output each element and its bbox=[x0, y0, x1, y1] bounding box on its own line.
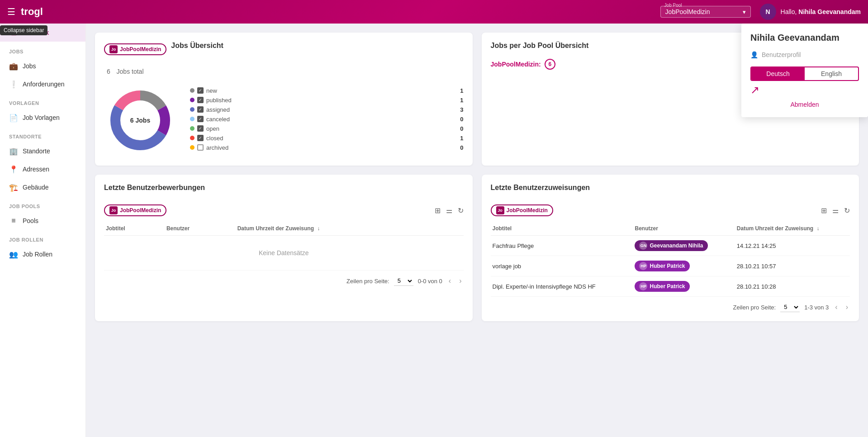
profile-link[interactable]: 👤 Benutzerprofil bbox=[741, 48, 868, 62]
list-icon: ≡ bbox=[9, 216, 18, 225]
jobs-overview-title: Jobs Übersicht bbox=[171, 42, 223, 50]
prev-page-btn-assign[interactable]: ‹ bbox=[833, 302, 839, 312]
latest-applications-card: Letzte Benutzerbewerbungen Jo JobPoolMed… bbox=[95, 175, 473, 321]
user-cell: HP Huber Patrick bbox=[633, 256, 735, 276]
rows-per-page-select-assign[interactable]: 5 10 25 bbox=[780, 302, 800, 312]
sidebar-item-jobs[interactable]: 💼 Jobs bbox=[0, 57, 85, 75]
table-row: Dipl. Experte/-in Intensivpflege NDS HF … bbox=[491, 276, 850, 297]
assignments-pool-badge: Jo JobPoolMedizin bbox=[491, 204, 553, 216]
table-row: vorlage job HP Huber Patrick 28.10.21 10… bbox=[491, 256, 850, 276]
arrow-indicator: ↗ bbox=[741, 84, 868, 96]
filter-icon-assign[interactable]: ⚌ bbox=[832, 206, 839, 215]
donut-label: 6 Jobs bbox=[130, 117, 150, 124]
date-cell: 28.10.21 10:57 bbox=[735, 256, 850, 276]
sidebar-item-label: Job Rollen bbox=[23, 251, 52, 258]
document-icon: 📄 bbox=[9, 113, 18, 122]
legend-dot-open bbox=[190, 126, 194, 131]
legend-checkbox-published[interactable] bbox=[197, 97, 204, 103]
lang-en-button[interactable]: English bbox=[805, 67, 858, 80]
legend-dot-canceled bbox=[190, 117, 194, 121]
legend-item-assigned: assigned 3 bbox=[190, 106, 464, 113]
sidebar-item-standorte[interactable]: 🏢 Standorte bbox=[0, 142, 85, 160]
columns-icon-assign[interactable]: ⊞ bbox=[821, 206, 827, 215]
chevron-down-icon: ▾ bbox=[743, 9, 746, 15]
user-chip: HP Huber Patrick bbox=[635, 261, 689, 271]
jobpool-selector[interactable]: Job Pool JobPoolMedizin ▾ bbox=[660, 6, 751, 18]
legend-checkbox-closed[interactable] bbox=[197, 135, 204, 141]
no-data-row: Keine Datensätze bbox=[104, 236, 464, 271]
chip-initials: HP bbox=[639, 262, 647, 270]
sidebar-item-job-vorlagen[interactable]: 📄 Job Vorlagen bbox=[0, 109, 85, 127]
construction-icon: 🏗️ bbox=[9, 183, 18, 192]
jobs-overview-card: Jo JobPoolMedizin Jobs Übersicht 6 Jobs … bbox=[95, 33, 473, 166]
sidebar-item-label: Jobs bbox=[23, 62, 36, 70]
briefcase-icon: 💼 bbox=[9, 62, 18, 71]
sidebar-item-job-rollen[interactable]: 👥 Job Rollen bbox=[0, 245, 85, 263]
sidebar-item-adressen[interactable]: 📍 Adressen bbox=[0, 160, 85, 178]
sidebar-item-pools[interactable]: ≡ Pools bbox=[0, 212, 85, 230]
sidebar-item-gebaeude[interactable]: 🏗️ Gebäude bbox=[0, 178, 85, 196]
rows-per-page-select-apps[interactable]: 5 10 25 bbox=[394, 276, 413, 286]
users-icon: 👥 bbox=[9, 250, 18, 259]
menu-icon[interactable]: ☰ bbox=[7, 6, 15, 17]
applications-title: Letzte Benutzerbewerbungen bbox=[104, 184, 205, 192]
sidebar-section-job-pools: JOB POOLS bbox=[0, 196, 85, 212]
user-menu-trigger[interactable]: N Hallo, Nihila Geevanandam bbox=[760, 4, 861, 20]
legend-checkbox-assigned[interactable] bbox=[197, 106, 204, 113]
refresh-icon[interactable]: ↻ bbox=[458, 206, 464, 215]
legend-dot-closed bbox=[190, 136, 194, 140]
person-icon: 👤 bbox=[750, 51, 758, 58]
legend-checkbox-new[interactable] bbox=[197, 87, 204, 94]
col-datum-apps: Datum Uhrzeit der Zuweisung ↓ bbox=[236, 222, 464, 236]
legend-item-new: new 1 bbox=[190, 87, 464, 94]
columns-icon[interactable]: ⊞ bbox=[435, 206, 441, 215]
main-layout: Collapse sidebar ⊞ Überblick JOBS 💼 Jobs… bbox=[0, 24, 868, 437]
pool-name: JobPoolMedizin: bbox=[491, 61, 541, 68]
legend-checkbox-archived[interactable] bbox=[197, 144, 204, 151]
pool-badge: Jo JobPoolMedizin bbox=[104, 43, 166, 55]
sidebar-item-anforderungen[interactable]: ❕ Anforderungen bbox=[0, 75, 85, 93]
date-cell: 28.10.21 10:28 bbox=[735, 276, 850, 297]
pool-badge-icon-apps: Jo bbox=[109, 206, 118, 214]
legend-checkbox-open[interactable] bbox=[197, 125, 204, 132]
jobs-overview-header: Jo JobPoolMedizin Jobs Übersicht bbox=[104, 42, 464, 57]
dropdown-username: Nihila Geevanandam bbox=[741, 33, 868, 48]
top-navigation: ☰ trogl Job Pool JobPoolMedizin ▾ N Hall… bbox=[0, 0, 868, 24]
refresh-icon-assign[interactable]: ↻ bbox=[844, 206, 850, 215]
job-title-cell: vorlage job bbox=[491, 256, 633, 276]
col-jobtitel-apps: Jobtitel bbox=[104, 222, 165, 236]
next-page-btn-assign[interactable]: › bbox=[844, 302, 850, 312]
jobs-total: 6 Jobs total bbox=[104, 62, 464, 77]
donut-chart: 6 Jobs bbox=[104, 84, 176, 157]
date-cell: 14.12.21 14:25 bbox=[735, 236, 850, 256]
collapse-tooltip: Collapse sidebar bbox=[0, 25, 47, 35]
avatar: N bbox=[760, 4, 776, 20]
user-cell: HP Huber Patrick bbox=[633, 276, 735, 297]
logout-button[interactable]: Abmelden bbox=[741, 96, 868, 113]
jobs-chart-area: 6 Jobs new 1 published 1 bbox=[104, 84, 464, 157]
language-switcher: Deutsch English bbox=[750, 66, 859, 81]
prev-page-btn-apps[interactable]: ‹ bbox=[447, 276, 453, 286]
chip-initials: HP bbox=[639, 282, 647, 290]
lang-de-button[interactable]: Deutsch bbox=[751, 67, 805, 80]
filter-icon[interactable]: ⚌ bbox=[446, 206, 452, 215]
next-page-btn-apps[interactable]: › bbox=[457, 276, 463, 286]
sidebar-item-label: Standorte bbox=[23, 147, 50, 155]
legend-dot-archived bbox=[190, 145, 194, 150]
chip-initials: GN bbox=[639, 242, 647, 250]
applications-table: Jobtitel Benutzer Datum Uhrzeit der Zuwe… bbox=[104, 222, 464, 271]
user-dropdown: Nihila Geevanandam 👤 Benutzerprofil Deut… bbox=[741, 24, 868, 117]
assignments-pagination: Zeilen pro Seite: 5 10 25 1-3 von 3 ‹ › bbox=[491, 302, 850, 312]
jobpool-label: Job Pool bbox=[664, 3, 682, 8]
sort-icon-assign: ↓ bbox=[817, 225, 820, 232]
legend-item-canceled: canceled 0 bbox=[190, 116, 464, 123]
legend-item-archived: archived 0 bbox=[190, 144, 464, 151]
applications-pagination: Zeilen pro Seite: 5 10 25 0-0 von 0 ‹ › bbox=[104, 276, 464, 286]
applications-pool-badge: Jo JobPoolMedizin bbox=[104, 204, 166, 216]
legend-checkbox-canceled[interactable] bbox=[197, 116, 204, 122]
legend-dot-assigned bbox=[190, 107, 194, 112]
applications-toolbar: ⊞ ⚌ ↻ bbox=[435, 206, 464, 215]
sidebar-section-jobs: JOBS bbox=[0, 42, 85, 57]
sidebar-item-label: Pools bbox=[23, 217, 38, 224]
sidebar: Collapse sidebar ⊞ Überblick JOBS 💼 Jobs… bbox=[0, 24, 86, 437]
